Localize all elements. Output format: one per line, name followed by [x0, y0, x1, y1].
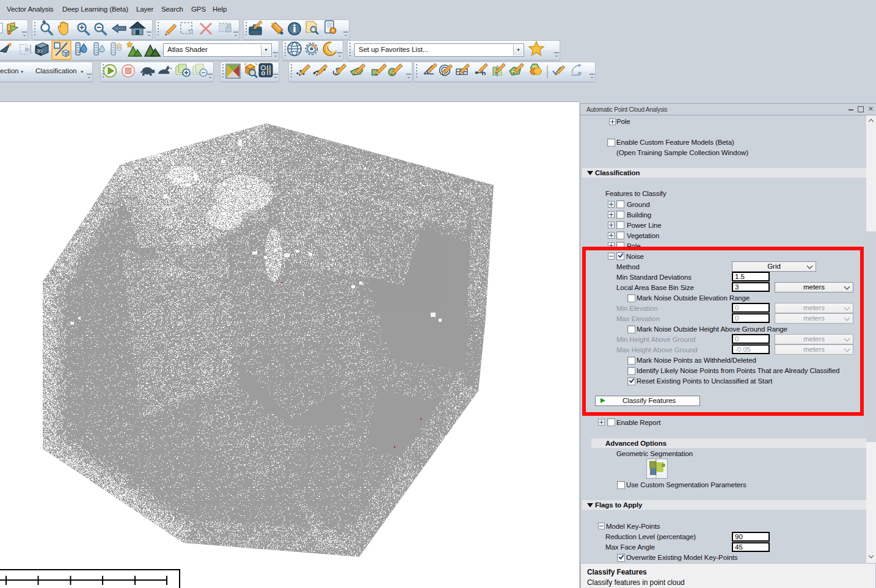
svg-text:3D: 3D [37, 49, 42, 53]
